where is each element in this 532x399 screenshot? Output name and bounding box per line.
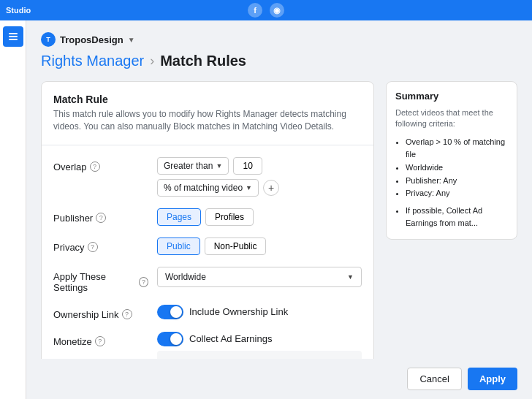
monetize-help-icon[interactable]: ? — [95, 336, 105, 346]
monetize-controls: Collect Ad Earnings Once activated, you'… — [157, 332, 362, 359]
account-name: TroposDesign — [60, 34, 123, 45]
top-bar: Studio f ◉ — [0, 0, 532, 20]
breadcrumb-parent[interactable]: Rights Manager — [41, 53, 144, 69]
publisher-help-icon[interactable]: ? — [96, 213, 106, 223]
privacy-row: Privacy ? Public Non-Public — [53, 238, 362, 255]
main-content: T TroposDesign ▼ Rights Manager › Match … — [26, 20, 532, 359]
toggle-knob — [170, 333, 182, 345]
privacy-label: Privacy ? — [53, 238, 148, 253]
card-description: This match rule allows you to modify how… — [53, 108, 362, 133]
monetize-label: Monetize ? — [53, 332, 148, 347]
list-item: Overlap > 10 % of matching file — [406, 136, 508, 162]
breadcrumb-current: Match Rules — [160, 53, 246, 69]
monetize-toggle[interactable] — [157, 332, 183, 346]
social-icons: f ◉ — [248, 3, 284, 18]
sidebar-nav-button[interactable] — [3, 26, 23, 47]
chevron-down-icon[interactable]: ▼ — [128, 36, 135, 44]
svg-rect-0 — [9, 33, 18, 34]
summary-list: Overlap > 10 % of matching file Worldwid… — [395, 136, 508, 230]
overlap-operator-dropdown[interactable]: Greater than ▼ — [157, 157, 229, 175]
apply-settings-dropdown[interactable]: Worldwide ▼ — [157, 267, 362, 287]
overlap-value-input[interactable] — [233, 157, 262, 175]
overlap-help-icon[interactable]: ? — [90, 162, 100, 172]
summary-panel: Summary Detect videos that meet the foll… — [386, 81, 517, 359]
ownership-link-help-icon[interactable]: ? — [122, 309, 132, 319]
breadcrumb: Rights Manager › Match Rules — [41, 53, 517, 69]
monetize-toggle-row: Collect Ad Earnings — [157, 332, 362, 346]
publisher-profiles-button[interactable]: Profiles — [205, 208, 254, 226]
publisher-row: Publisher ? Pages Profiles — [53, 208, 362, 226]
toggle-knob — [170, 306, 182, 318]
apply-settings-row: Apply These Settings ? Worldwide ▼ — [53, 267, 362, 293]
list-item: Publisher: Any — [406, 175, 508, 188]
ownership-link-label: Ownership Link ? — [53, 305, 148, 320]
monetize-info-box: Once activated, you'll earn money from n… — [157, 351, 362, 359]
avatar: T — [41, 32, 56, 47]
list-item: Privacy: Any — [406, 187, 508, 200]
sidebar — [0, 20, 26, 399]
chevron-down-icon: ▼ — [347, 273, 354, 281]
chevron-down-icon: ▼ — [246, 184, 252, 191]
breadcrumb-separator: › — [150, 53, 154, 69]
privacy-controls: Public Non-Public — [157, 238, 362, 255]
overlap-unit-dropdown[interactable]: % of matching video ▼ — [157, 179, 259, 197]
ownership-link-toggle-label: Include Ownership Link — [189, 306, 288, 317]
ownership-link-controls: Include Ownership Link — [157, 305, 362, 319]
monetize-toggle-label: Collect Ad Earnings — [189, 333, 272, 344]
summary-card: Summary Detect videos that meet the foll… — [386, 81, 517, 240]
divider — [42, 145, 373, 145]
footer: Cancel Apply — [26, 359, 532, 399]
privacy-nonpublic-button[interactable]: Non-Public — [205, 238, 267, 255]
svg-rect-1 — [9, 36, 18, 37]
match-rule-card: Match Rule This match rule allows you to… — [41, 81, 374, 359]
publisher-label: Publisher ? — [53, 208, 148, 224]
chevron-down-icon: ▼ — [216, 162, 222, 170]
main-layout: T TroposDesign ▼ Rights Manager › Match … — [0, 20, 532, 399]
account-header: T TroposDesign ▼ — [41, 32, 517, 47]
list-item: If possible, Collect Ad Earnings from ma… — [406, 205, 508, 230]
apply-settings-label: Apply These Settings ? — [53, 267, 148, 293]
cancel-button[interactable]: Cancel — [407, 368, 461, 390]
apply-settings-help-icon[interactable]: ? — [139, 277, 148, 287]
overlap-row: Overlap ? Greater than ▼ % of matching v… — [53, 157, 362, 197]
ownership-link-toggle-row: Include Ownership Link — [157, 305, 288, 319]
ownership-link-row: Ownership Link ? Include Ownership Link — [53, 305, 362, 320]
content-layout: Match Rule This match rule allows you to… — [41, 81, 517, 359]
app-name: Studio — [6, 6, 31, 15]
privacy-help-icon[interactable]: ? — [88, 242, 98, 252]
list-item: Worldwide — [406, 162, 508, 175]
apply-settings-controls: Worldwide ▼ — [157, 267, 362, 287]
summary-title: Summary — [395, 91, 508, 102]
card-title: Match Rule — [53, 94, 362, 105]
privacy-public-button[interactable]: Public — [157, 238, 200, 255]
ownership-link-toggle[interactable] — [157, 305, 183, 319]
overlap-controls: Greater than ▼ % of matching video ▼ + — [157, 157, 362, 197]
facebook-icon: f — [248, 3, 262, 18]
summary-description: Detect videos that meet the following cr… — [395, 107, 508, 130]
add-button[interactable]: + — [263, 180, 279, 196]
instagram-icon: ◉ — [270, 3, 284, 18]
monetize-row: Monetize ? Collect Ad Earnings — [53, 332, 362, 359]
apply-button[interactable]: Apply — [468, 368, 517, 390]
overlap-label: Overlap ? — [53, 157, 148, 172]
publisher-controls: Pages Profiles — [157, 208, 362, 226]
svg-rect-2 — [9, 39, 18, 40]
publisher-pages-button[interactable]: Pages — [157, 208, 201, 226]
